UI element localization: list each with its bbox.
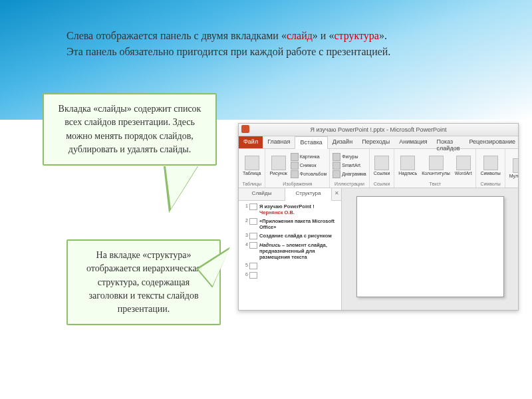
tab-slideshow[interactable]: Показ слайдов <box>432 136 465 148</box>
slide-thumb-icon <box>249 233 257 239</box>
outline-slide-2[interactable]: 2 «Приложения пакета Microsoft Office» <box>240 218 340 230</box>
ribbon-smartart-button[interactable]: SmartArt <box>332 162 366 170</box>
clipart-icon <box>291 153 299 161</box>
ribbon-symbols-button[interactable]: Символы <box>479 154 501 177</box>
ribbon-group-illustrations: Фигуры SmartArt Диаграмма Иллюстрации <box>330 149 369 188</box>
ribbon-links-button[interactable]: Ссылки <box>372 154 392 177</box>
ribbon-group-images: Рисунок Картинка Снимок Фотоальбом Изобр… <box>265 149 330 188</box>
symbols-icon <box>483 156 498 170</box>
outline-slide-1[interactable]: 1 Я изучаю PowerPoint ! Чернянск О.В. <box>240 203 340 215</box>
slide-thumb-icon <box>249 218 257 225</box>
tab-file[interactable]: Файл <box>239 136 263 148</box>
outline-tab-slides[interactable]: Слайды <box>239 188 285 200</box>
ribbon-screenshot-button[interactable]: Снимок <box>291 162 327 170</box>
outline-tabs: Слайды Структура ✕ <box>239 188 341 201</box>
textbox-icon <box>400 156 415 170</box>
ribbon-shapes-button[interactable]: Фигуры <box>332 153 366 161</box>
callout-structure-text: На вкладке «структура» отображается иера… <box>86 250 201 314</box>
ribbon-group-tables: Таблица Таблицы <box>239 149 265 188</box>
outline-slide-4[interactable]: 4 Надпись – элемент слайда, предназначен… <box>240 242 340 260</box>
tab-review[interactable]: Рецензирование <box>464 136 519 148</box>
tab-home[interactable]: Главная <box>263 136 295 148</box>
table-icon <box>245 156 259 170</box>
outline-tab-structure[interactable]: Структура <box>285 188 332 201</box>
ribbon-headerfooter-button[interactable]: Колонтитулы <box>420 154 452 177</box>
ribbon-group-images-title: Изображения <box>283 182 312 186</box>
tab-design[interactable]: Дизайн <box>328 136 357 148</box>
screenshot-icon <box>291 162 299 170</box>
ribbon-picture-button[interactable]: Рисунок <box>268 154 288 177</box>
outline-content[interactable]: 1 Я изучаю PowerPoint ! Чернянск О.В. 2 … <box>239 201 341 311</box>
ribbon-group-symbols: Символы Символы <box>476 149 505 188</box>
outline-slide-6[interactable]: 6 <box>240 272 340 279</box>
ribbon-textbox-button[interactable]: Надпись <box>397 154 418 177</box>
shapes-icon <box>332 153 340 161</box>
slide-thumb-icon <box>249 272 257 279</box>
outline-slide-5[interactable]: 5 <box>240 263 340 269</box>
header-red-structure: структура <box>334 30 379 41</box>
callout-slides-text: Вкладка «слайды» содержит список всех сл… <box>59 104 201 154</box>
ribbon-chart-button[interactable]: Диаграмма <box>332 170 366 178</box>
ribbon-photoalbum-button[interactable]: Фотоальбом <box>291 170 327 178</box>
tab-animation[interactable]: Анимация <box>394 136 432 148</box>
slide-thumb-icon <box>249 242 257 249</box>
header-part3: ». <box>379 30 387 41</box>
header-red-slide: слайд <box>287 30 313 41</box>
slide-editing-area[interactable] <box>342 188 518 311</box>
photoalbum-icon <box>291 170 299 178</box>
ribbon-group-links: Ссылки Ссылки <box>370 149 395 188</box>
ribbon-group-illustrations-title: Иллюстрации <box>334 182 364 186</box>
callout-slides-tail <box>164 166 198 213</box>
powerpoint-icon <box>241 125 249 133</box>
smartart-icon <box>332 162 340 170</box>
link-icon <box>374 156 389 170</box>
pp-ribbon: Таблица Таблицы Рисунок Картинка Снимок … <box>239 149 518 188</box>
chart-icon <box>332 170 340 178</box>
ribbon-clipart-button[interactable]: Картинка <box>291 153 327 161</box>
ribbon-table-button[interactable]: Таблица <box>241 154 262 177</box>
ribbon-group-text-title: Текст <box>430 182 442 186</box>
callout-structure-tab: На вкладке «структура» отображается иера… <box>66 239 221 325</box>
header-line2: Эта панель обязательно пригодится при ка… <box>66 46 390 57</box>
ribbon-group-symbols-title: Символы <box>480 182 500 186</box>
tab-transitions[interactable]: Переходы <box>357 136 394 148</box>
outline-close-button[interactable]: ✕ <box>332 188 341 200</box>
header-text: Слева отображается панель с двумя вкладк… <box>66 28 479 60</box>
slide-canvas[interactable] <box>356 196 504 297</box>
pp-body: Слайды Структура ✕ 1 Я изучаю PowerPoint… <box>239 188 518 311</box>
pp-ribbon-tabs: Файл Главная Вставка Дизайн Переходы Ани… <box>239 136 518 149</box>
ribbon-group-links-title: Ссылки <box>374 182 390 186</box>
header-part1: Слева отображается панель с двумя вкладк… <box>66 30 287 41</box>
headerfooter-icon <box>429 156 444 170</box>
header-part2: » и « <box>313 30 334 41</box>
ribbon-wordart-button[interactable]: WordArt <box>454 154 473 177</box>
outline-slide-3[interactable]: 3 Создание слайда с рисунком <box>240 233 340 239</box>
media-icon <box>513 158 519 173</box>
slide-thumb-icon <box>249 263 257 269</box>
slide-thumb-icon <box>249 203 257 210</box>
slide-container: Слева отображается панель с двумя вкладк… <box>0 0 532 399</box>
pp-titlebar: Я изучаю PowerPoint !.pptx - Microsoft P… <box>239 124 518 136</box>
callout-slides-tab: Вкладка «слайды» содержит список всех сл… <box>43 93 217 166</box>
powerpoint-window: Я изучаю PowerPoint !.pptx - Microsoft P… <box>238 123 519 311</box>
picture-icon <box>271 156 286 170</box>
ribbon-group-tables-title: Таблицы <box>242 182 261 186</box>
pp-title-text: Я изучаю PowerPoint !.pptx - Microsoft P… <box>310 126 446 133</box>
outline-panel: Слайды Структура ✕ 1 Я изучаю PowerPoint… <box>239 188 342 311</box>
wordart-icon <box>456 156 471 170</box>
ribbon-media-button[interactable]: Мультиме <box>508 157 519 180</box>
ribbon-group-media: Мультиме <box>505 149 519 188</box>
ribbon-group-text: Надпись Колонтитулы WordArt Текст <box>394 149 476 188</box>
tab-insert[interactable]: Вставка <box>295 136 327 149</box>
